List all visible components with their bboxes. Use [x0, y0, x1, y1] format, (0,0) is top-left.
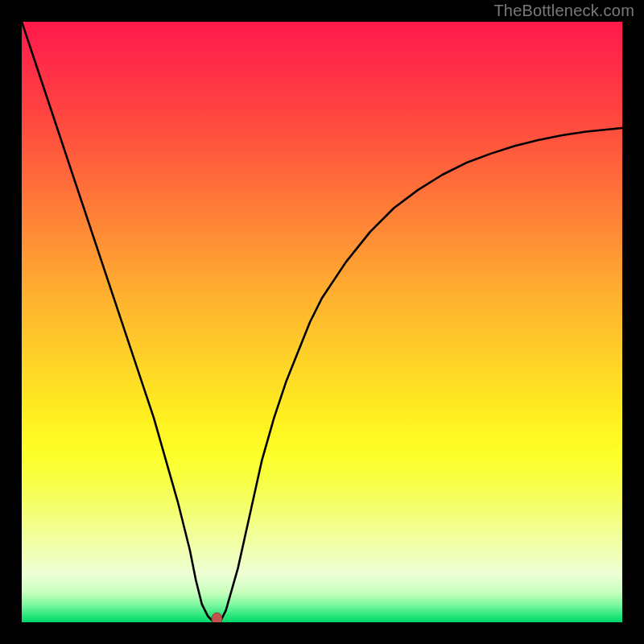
chart-frame: TheBottleneck.com — [0, 0, 644, 644]
plot-area — [22, 22, 622, 622]
watermark-text: TheBottleneck.com — [493, 2, 634, 20]
bottleneck-curve — [22, 22, 622, 622]
curve-svg — [22, 22, 622, 622]
minimum-marker-icon — [212, 613, 222, 622]
